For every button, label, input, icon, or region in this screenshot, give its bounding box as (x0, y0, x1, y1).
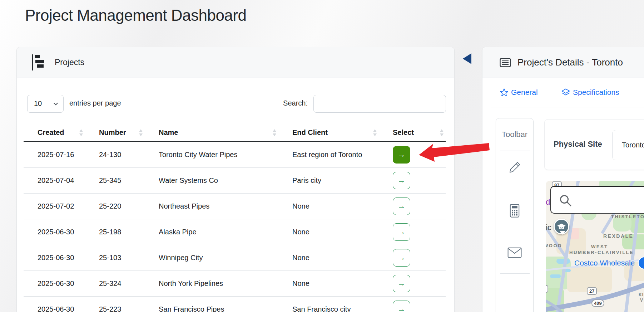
toolbar-divider (500, 151, 530, 151)
table-row: 2025-06-30 25-324 North York Pipelines N… (24, 270, 446, 296)
cell-end-client: None (278, 245, 379, 270)
sort-icon (79, 129, 83, 138)
cell-end-client: East region of Toronto (278, 142, 379, 167)
sort-icon (373, 129, 377, 138)
road-shield: 409 (591, 299, 604, 307)
cell-created: 2025-06-30 (24, 219, 85, 245)
cell-select: → (379, 193, 446, 219)
column-header-select[interactable]: Select (379, 124, 446, 142)
table-controls: 10 entries per page Search: (17, 78, 454, 114)
physical-site-label: Physical Site (554, 140, 602, 149)
projects-table: Created Number Name End Client Select 20… (24, 124, 446, 312)
map-poi-fragment: nic (546, 223, 551, 232)
toolbar-divider (500, 193, 530, 193)
project-details-header: Project's Details - Toronto (482, 47, 644, 78)
column-header-name[interactable]: Name (145, 124, 278, 142)
cell-end-client: None (278, 193, 379, 219)
cell-name: San Francisco Pipes (145, 296, 278, 312)
email-button[interactable] (496, 247, 533, 259)
entries-per-page-label: entries per page (69, 99, 121, 107)
map-area-label: REXDALE (603, 233, 633, 239)
map-area-label: WEST (591, 244, 608, 249)
cell-select: → (379, 167, 446, 193)
arrow-right-icon: → (398, 176, 406, 185)
arrow-right-icon: → (398, 227, 406, 237)
cell-created: 2025-07-04 (24, 167, 85, 193)
table-row: 2025-07-02 25-220 Northeast Pipes None → (24, 193, 446, 219)
calculator-button[interactable] (496, 204, 533, 219)
select-project-button[interactable]: → (393, 275, 410, 292)
cell-name: Toronto City Water Pipes (145, 142, 278, 167)
card-text-icon (500, 58, 511, 69)
table-row: 2025-07-16 24-130 Toronto City Water Pip… (24, 142, 446, 167)
calculator-icon (508, 204, 521, 218)
tab-general[interactable]: General (500, 88, 538, 97)
cell-number: 25-324 (85, 270, 145, 296)
graduation-cap-icon (557, 223, 566, 230)
physical-site-field: Physical Site Toronto (544, 119, 644, 170)
gantt-chart-icon (32, 54, 47, 72)
map-area-label: HUMBER-CLAIRVILLE (569, 250, 634, 255)
collapse-panel-button[interactable] (462, 53, 472, 65)
select-project-button[interactable]: → (393, 301, 410, 312)
select-project-button[interactable]: → (393, 172, 410, 189)
projects-table-body: 2025-07-16 24-130 Toronto City Water Pip… (24, 142, 446, 312)
map-poi-fragment: ld (546, 198, 550, 207)
entries-per-page-select[interactable]: 10 (27, 95, 64, 113)
toolbar-title: Toolbar (496, 130, 533, 139)
table-row: 2025-06-30 25-223 San Francisco Pipes Sa… (24, 296, 446, 312)
cell-name: North York Pipelines (145, 270, 278, 296)
select-project-button[interactable]: → (393, 223, 410, 241)
cell-created: 2025-06-30 (24, 270, 85, 296)
cell-select: → (379, 219, 446, 245)
cell-number: 25-345 (85, 167, 145, 193)
cell-name: Alaska Pipe (145, 219, 278, 245)
toolbar-divider (500, 235, 530, 235)
map-search-box[interactable] (550, 186, 644, 214)
projects-panel-header: Projects (17, 47, 454, 78)
search-input[interactable] (313, 95, 446, 113)
table-row: 2025-07-04 25-345 Water Systems Co Paris… (24, 167, 446, 193)
map-area-label: KIN (639, 292, 644, 297)
arrow-right-icon: → (398, 253, 406, 262)
cell-number: 24-130 (85, 142, 145, 167)
edit-button[interactable] (496, 161, 533, 175)
cell-select: → (379, 270, 446, 296)
tab-specifications[interactable]: Specifications (561, 88, 619, 97)
cell-created: 2025-06-30 (24, 296, 85, 312)
map-area-label: THISTLETOWN (611, 214, 644, 219)
cell-number: 25-198 (85, 219, 145, 245)
school-poi-pin[interactable] (554, 219, 569, 234)
map-area-label: V (640, 298, 643, 303)
arrow-right-icon: → (398, 201, 406, 211)
cell-select: → (379, 296, 446, 312)
cell-end-client: San Francisco city (278, 296, 379, 312)
cell-name: Winnipeg City (145, 245, 278, 270)
column-header-created[interactable]: Created (24, 124, 85, 142)
cell-select: → (379, 245, 446, 270)
cell-number: 25-223 (85, 296, 145, 312)
map-area-label: WOOD (546, 243, 562, 248)
road-shield: 7 (546, 285, 548, 293)
table-header-row: Created Number Name End Client Select (24, 124, 446, 142)
physical-site-input[interactable]: Toronto (612, 130, 644, 160)
page-title: Project Management Dashboard (25, 6, 246, 24)
sort-icon (440, 129, 444, 138)
red-annotation-arrow (414, 140, 491, 165)
arrow-right-icon: → (398, 279, 406, 288)
column-header-end-client[interactable]: End Client (278, 124, 379, 142)
select-project-button[interactable]: → (393, 198, 410, 215)
map[interactable]: ld nic THISTLETOWN REXDALE WEST HUMBER-C… (546, 181, 644, 312)
chevron-down-icon (53, 102, 58, 106)
costco-poi-label[interactable]: Costco Wholesale (574, 259, 635, 267)
toolbar-divider (500, 273, 530, 274)
entries-per-page-value: 10 (34, 99, 42, 108)
column-header-number[interactable]: Number (85, 124, 145, 142)
select-project-button[interactable]: → (393, 146, 410, 164)
table-row: 2025-06-30 25-103 Winnipeg City None → (24, 245, 446, 270)
project-details-title: Project's Details - Toronto (517, 57, 623, 68)
cell-end-client: None (278, 219, 379, 245)
arrow-right-icon: → (398, 304, 406, 312)
select-project-button[interactable]: → (393, 249, 410, 267)
cell-number: 25-220 (85, 193, 145, 219)
